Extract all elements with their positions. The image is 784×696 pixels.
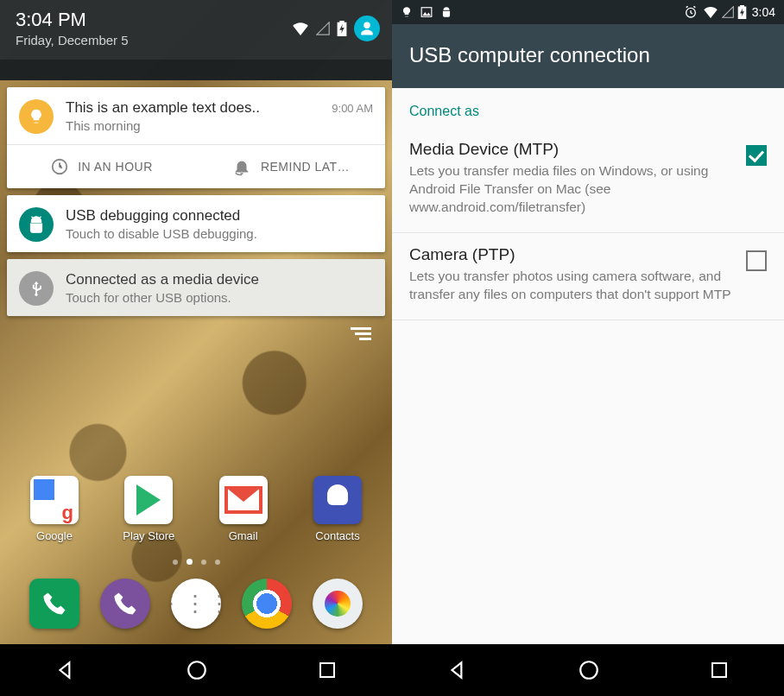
status-time: 3:04	[752, 5, 775, 19]
notification-list: This is an example text does.. This morn…	[0, 80, 392, 348]
status-bar: 3:04	[392, 0, 784, 24]
bell-snooze-icon	[231, 157, 252, 176]
user-avatar-icon[interactable]	[354, 16, 380, 41]
option-title: Camera (PTP)	[409, 245, 734, 264]
shade-handle[interactable]	[0, 60, 392, 80]
wifi-icon	[703, 6, 718, 18]
app-chrome[interactable]	[237, 579, 297, 634]
nav-back-icon[interactable]	[446, 659, 469, 681]
notification-title: Connected as a media device	[66, 271, 373, 288]
clear-all-icon[interactable]	[351, 325, 371, 343]
app-gmail[interactable]: Gmail	[213, 476, 274, 542]
svg-point-1	[188, 661, 205, 679]
option-desc: Lets you transfer photos using camera so…	[409, 268, 734, 304]
app-google[interactable]: Google	[24, 476, 85, 542]
android-debug-icon	[19, 207, 54, 242]
dock	[0, 573, 392, 644]
notification-title: This is an example text does..	[66, 99, 319, 117]
option-ptp[interactable]: Camera (PTP) Lets you transfer photos us…	[392, 233, 784, 320]
notification-title: USB debugging connected	[66, 207, 373, 225]
alarm-icon	[684, 5, 698, 19]
home-row: Google Play Store Gmail Contacts	[0, 465, 392, 546]
svg-rect-6	[712, 663, 726, 677]
status-icons	[292, 16, 380, 41]
contacts-icon	[313, 476, 362, 524]
viber-icon	[100, 579, 150, 629]
section-label: Connect as	[392, 88, 784, 128]
bulb-icon	[19, 99, 54, 134]
battery-charging-icon	[737, 5, 747, 19]
nav-back-icon[interactable]	[54, 659, 77, 681]
notification-card[interactable]: This is an example text does.. This morn…	[7, 87, 385, 188]
page-indicator	[0, 546, 392, 573]
gmail-icon	[219, 476, 268, 524]
navigation-bar	[392, 644, 784, 696]
camera-icon	[313, 579, 363, 629]
navigation-bar	[0, 644, 392, 696]
chrome-icon	[242, 579, 292, 629]
svg-point-5	[580, 661, 597, 679]
notification-time: 9:00 AM	[332, 99, 373, 115]
google-icon	[30, 476, 79, 524]
phone-icon	[29, 579, 79, 629]
app-play-store[interactable]: Play Store	[118, 476, 179, 542]
notification-subtitle: This morning	[66, 118, 319, 133]
cell-signal-icon	[316, 22, 330, 35]
page-title: USB computer connection	[409, 43, 650, 66]
clock-icon	[50, 157, 69, 176]
wifi-icon	[292, 22, 309, 35]
image-status-icon	[420, 6, 433, 18]
android-status-icon	[440, 6, 452, 18]
svg-rect-2	[320, 663, 334, 677]
app-bar: USB computer connection	[392, 24, 784, 88]
app-drawer[interactable]	[166, 579, 226, 634]
app-contacts[interactable]: Contacts	[307, 476, 368, 542]
notification-subtitle: Touch to disable USB debugging.	[66, 226, 373, 241]
nav-home-icon[interactable]	[186, 659, 208, 681]
notification-card[interactable]: Connected as a media device Touch for ot…	[7, 259, 385, 316]
phone-right-usb-settings: 3:04 USB computer connection Connect as …	[392, 0, 784, 696]
nav-home-icon[interactable]	[578, 659, 600, 681]
app-camera[interactable]	[307, 579, 368, 634]
option-title: Media Device (MTP)	[409, 140, 734, 159]
cell-signal-icon	[722, 6, 734, 18]
checkbox-mtp[interactable]	[746, 145, 767, 166]
play-store-icon	[124, 476, 173, 524]
notification-action-remind-later[interactable]: REMIND LAT…	[196, 145, 385, 188]
notification-subtitle: Touch for other USB options.	[66, 290, 373, 305]
notification-card[interactable]: USB debugging connected Touch to disable…	[7, 195, 385, 252]
usb-icon	[19, 271, 54, 306]
checkbox-ptp[interactable]	[746, 250, 767, 271]
shade-header[interactable]: 3:04 PM Friday, December 5	[0, 0, 392, 60]
option-mtp[interactable]: Media Device (MTP) Lets you transfer med…	[392, 128, 784, 233]
app-viber[interactable]	[95, 579, 155, 634]
nav-recents-icon[interactable]	[317, 660, 338, 680]
phone-left-notification-shade: 3:04 PM Friday, December 5 This is an ex…	[0, 0, 392, 696]
app-drawer-icon	[171, 579, 221, 629]
nav-recents-icon[interactable]	[709, 660, 730, 680]
battery-charging-icon	[337, 21, 347, 36]
bulb-status-icon	[401, 6, 413, 18]
app-phone[interactable]	[24, 579, 85, 634]
option-desc: Lets you transfer media files on Windows…	[409, 162, 734, 217]
notification-action-in-an-hour[interactable]: IN AN HOUR	[7, 145, 196, 188]
